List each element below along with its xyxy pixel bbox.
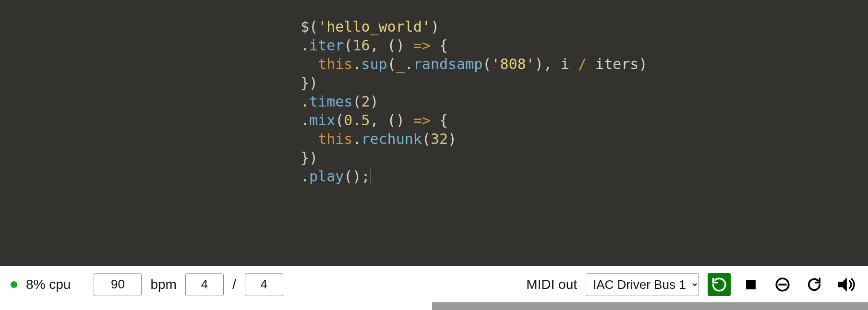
- code-line[interactable]: .iter(16, () => {: [301, 36, 858, 55]
- bpm-input[interactable]: [94, 273, 142, 296]
- code-editor[interactable]: $('hello_world').iter(16, () => { this.s…: [301, 17, 858, 186]
- time-sig-slash: /: [232, 277, 236, 292]
- code-line[interactable]: this.rechunk(32): [301, 130, 858, 148]
- reload-icon: [711, 276, 727, 293]
- code-token: (: [482, 56, 491, 72]
- code-token: 0.5: [344, 112, 370, 129]
- svg-marker-3: [838, 277, 847, 291]
- code-token: ): [370, 93, 379, 110]
- midi-out-label: MIDI out: [526, 277, 577, 292]
- code-token: /: [578, 56, 587, 72]
- code-token: iters): [587, 56, 647, 72]
- time-sig-numerator-input[interactable]: [185, 273, 224, 296]
- code-token: .: [352, 131, 361, 147]
- code-token: .: [301, 37, 309, 54]
- code-token: ): [448, 131, 457, 147]
- code-token: '808': [491, 56, 534, 72]
- code-token: {: [431, 37, 448, 54]
- code-token: ), i: [535, 56, 578, 72]
- code-token: .: [352, 56, 361, 72]
- code-token: .: [301, 93, 309, 110]
- code-token: (_.: [387, 56, 413, 72]
- text-cursor: [371, 168, 371, 185]
- code-token: 32: [431, 131, 448, 147]
- code-token: this: [318, 56, 352, 72]
- code-line[interactable]: .mix(0.5, () => {: [301, 111, 858, 130]
- code-line[interactable]: .times(2): [301, 92, 858, 111]
- midi-out-select[interactable]: IAC Driver Bus 1: [586, 273, 699, 296]
- code-editor-pane[interactable]: $('hello_world').iter(16, () => { this.s…: [0, 0, 868, 266]
- code-line[interactable]: $('hello_world'): [301, 17, 858, 36]
- code-line[interactable]: .play();: [301, 167, 858, 186]
- code-token: (: [309, 18, 318, 35]
- code-line[interactable]: this.sup(_.randsamp('808'), i / iters): [301, 55, 858, 73]
- mute-circle-icon: [774, 276, 791, 293]
- svg-rect-0: [746, 280, 756, 289]
- code-token: 16: [352, 37, 370, 54]
- volume-icon: [835, 274, 856, 295]
- code-token: .: [301, 168, 309, 185]
- code-token: =>: [413, 112, 431, 129]
- status-indicator-dot: [11, 281, 17, 288]
- code-token: , (): [370, 112, 413, 129]
- cpu-usage-label: 8% cpu: [26, 277, 71, 292]
- code-token: .: [301, 112, 309, 129]
- stop-icon: [743, 276, 759, 293]
- code-token: ): [431, 18, 439, 35]
- code-token: rechunk: [361, 131, 422, 147]
- code-token: {: [431, 112, 448, 129]
- code-token: [301, 56, 318, 72]
- code-token: ();: [344, 168, 370, 185]
- volume-button[interactable]: [834, 273, 857, 296]
- loop-icon: [806, 276, 822, 293]
- stop-button[interactable]: [739, 273, 762, 296]
- code-token: play: [309, 168, 344, 185]
- status-bar: 8% cpu bpm / MIDI out IAC Driver Bus 1: [0, 266, 868, 302]
- code-token: iter: [309, 37, 344, 54]
- code-token: }): [301, 74, 318, 91]
- code-token: (: [344, 37, 352, 54]
- code-line[interactable]: }): [301, 73, 858, 92]
- code-token: (: [422, 131, 431, 147]
- reload-button[interactable]: [708, 273, 731, 296]
- loop-button[interactable]: [803, 273, 826, 296]
- code-token: =>: [413, 37, 431, 54]
- code-token: (: [352, 93, 361, 110]
- mute-button[interactable]: [771, 273, 794, 296]
- code-token: randsamp: [413, 56, 483, 72]
- code-token: sup: [361, 56, 387, 72]
- code-token: }): [301, 149, 318, 166]
- code-token: (: [335, 112, 344, 129]
- code-token: $: [301, 18, 309, 35]
- code-token: [301, 131, 318, 147]
- window-edge-shadow: [432, 302, 868, 310]
- bpm-label: bpm: [150, 277, 176, 292]
- code-token: this: [318, 131, 352, 147]
- code-line[interactable]: }): [301, 148, 858, 167]
- code-token: 2: [361, 93, 370, 110]
- code-token: mix: [309, 112, 335, 129]
- code-token: times: [309, 93, 352, 110]
- time-sig-denominator-input[interactable]: [245, 273, 283, 296]
- code-token: , (): [370, 37, 413, 54]
- code-token: 'hello_world': [318, 18, 431, 35]
